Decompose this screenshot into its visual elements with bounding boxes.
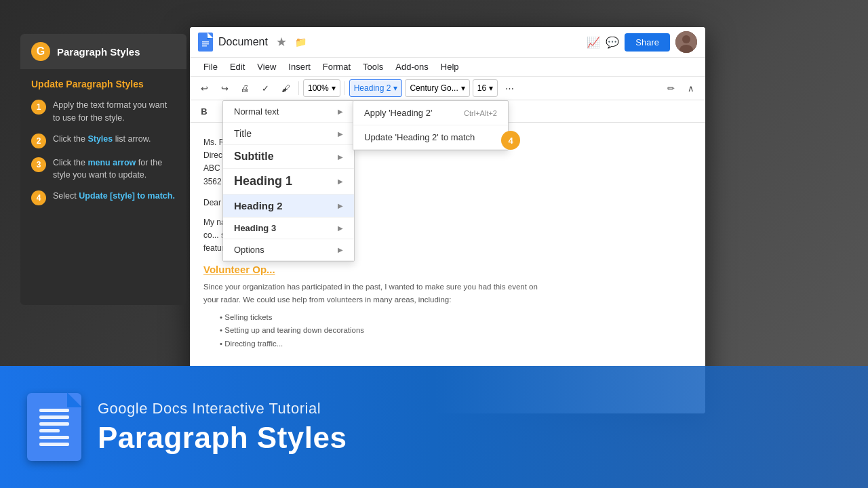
format-toolbar-1: ↩ ↪ 🖨 ✓ 🖌 100% ▾ Heading 2 ▾ Century Go.… [190,77,705,100]
tutorial-title: Paragraph Styles [98,422,347,454]
volunteer-heading: Volunteer Op... [203,264,692,275]
step-4-text: Select Update [style] to match. [53,190,175,203]
styles-subtitle[interactable]: Subtitle ▶ [223,145,354,169]
styles-options[interactable]: Options ▶ [223,239,354,261]
logo-line-4 [39,429,60,432]
grammarly-icon: G [31,42,50,61]
logo-line-5 [39,436,69,439]
step-1-text: Apply the text format you want to use fo… [53,99,176,125]
step4-badge: 4 [501,131,520,150]
styles-heading2[interactable]: Heading 2 ▶ [223,195,354,218]
step-3-num: 3 [31,157,46,172]
menu-edit[interactable]: Edit [224,59,250,75]
sidebar-panel: G Paragraph Styles Update Paragraph Styl… [20,34,186,305]
font-dropdown[interactable]: Century Go... ▾ [405,79,469,97]
volunteer-section: Volunteer Op... [203,264,692,275]
bottom-overlay: Google Docs Interactive Tutorial Paragra… [0,366,868,488]
font-dropdown-value: Century Go... [410,83,458,93]
bullet-2: • Setting up and tearing down decoration… [220,324,692,338]
bottom-text: Google Docs Interactive Tutorial Paragra… [98,400,347,454]
apply-heading2-item[interactable]: Apply 'Heading 2' Ctrl+Alt+2 [353,101,508,125]
gdocs-logo [27,393,81,461]
step-3: 3 Click the menu arrow for the style you… [31,157,176,182]
menu-format[interactable]: Format [317,59,356,75]
logo-line-1 [39,409,69,412]
toolbar-divider-1 [298,81,299,95]
size-dropdown[interactable]: 16 ▾ [473,79,498,97]
sidebar-subtitle: Update Paragraph Styles [31,79,176,89]
bold-button[interactable]: B [195,102,213,120]
step-2: 2 Click the Styles list arrow. [31,133,176,148]
menu-view[interactable]: View [252,59,281,75]
gdocs-logo-lines [34,403,75,451]
step-2-num: 2 [31,134,46,148]
styles-title[interactable]: Title ▶ [223,123,354,145]
menu-file[interactable]: File [198,59,223,75]
sidebar-content: Update Paragraph Styles 1 Apply the text… [20,69,186,223]
step-1: 1 Apply the text format you want to use … [31,99,176,125]
comment-icon[interactable]: 💬 [606,36,619,49]
styles-heading3-label: Heading 3 [234,223,276,233]
update-heading2-item[interactable]: Update 'Heading 2' to match 4 [353,125,508,150]
folder-icon[interactable]: 📁 [295,37,307,47]
styles-heading1-arrow: ▶ [338,178,343,185]
gdocs-logo-area [27,393,81,461]
bullet-list: • Selling tickets • Setting up and teari… [203,311,692,351]
zoom-dropdown[interactable]: 100% ▾ [303,79,340,97]
styles-heading3[interactable]: Heading 3 ▶ [223,218,354,239]
menu-tools[interactable]: Tools [357,59,389,75]
styles-normal-text[interactable]: Normal text ▶ [223,101,354,123]
style-dropdown[interactable]: Heading 2 ▾ [349,79,403,97]
bullet-3: • Directing traffic... [220,338,692,351]
styles-options-arrow: ▶ [338,246,343,253]
body-text-2: Since your organization has participated… [203,281,549,307]
paint-format-button[interactable]: 🖌 [277,79,294,97]
apply-heading2-label: Apply 'Heading 2' [364,108,432,118]
user-avatar [675,31,697,53]
sidebar-header: G Paragraph Styles [20,34,186,69]
body-2: Since your organization has participated… [203,281,549,307]
activity-icon[interactable]: 📈 [587,36,600,49]
docs-file-icon [198,33,213,52]
share-button[interactable]: Share [625,33,670,52]
styles-heading2-arrow: ▶ [338,202,343,209]
logo-line-6 [39,443,69,446]
update-heading2-label: Update 'Heading 2' to match [364,132,475,142]
print-button[interactable]: 🖨 [236,79,254,97]
style-dropdown-chevron: ▾ [393,83,397,93]
menu-bar: File Edit View Insert Format Tools Add-o… [190,58,705,77]
size-dropdown-value: 16 [477,83,486,93]
size-dropdown-chevron: ▾ [489,83,493,93]
menu-insert[interactable]: Insert [283,59,316,75]
svg-rect-2 [202,41,209,43]
spellcheck-button[interactable]: ✓ [256,79,274,97]
undo-button[interactable]: ↩ [195,79,213,97]
zoom-value: 100% [308,83,329,93]
styles-dropdown: Normal text ▶ Title ▶ Subtitle ▶ Heading… [222,100,355,262]
styles-heading1[interactable]: Heading 1 ▶ [223,169,354,195]
docs-toolbar-top: Document ★ 📁 📈 💬 Share [190,27,705,58]
sidebar-title: Paragraph Styles [57,46,140,58]
svg-rect-4 [202,45,207,47]
logo-line-3 [39,422,69,426]
zoom-chevron: ▾ [332,83,336,93]
redo-button[interactable]: ↪ [216,79,233,97]
more-options-button[interactable]: ⋯ [500,79,518,97]
star-icon[interactable]: ★ [276,35,287,49]
step-4: 4 Select Update [style] to match. [31,190,176,205]
styles-subtitle-label: Subtitle [234,150,274,163]
styles-options-label: Options [234,245,264,255]
monitor-area: Document ★ 📁 📈 💬 Share File Edit View In… [190,27,705,413]
styles-normal-arrow: ▶ [338,108,343,115]
collapse-toolbar-button[interactable]: ∧ [682,79,700,97]
styles-normal-text-label: Normal text [234,106,279,117]
font-dropdown-chevron: ▾ [461,83,465,93]
logo-line-2 [39,415,69,419]
styles-title-arrow: ▶ [338,130,343,138]
menu-addons[interactable]: Add-ons [390,59,433,75]
edit-mode-button[interactable]: ✏ [662,79,679,97]
styles-subtitle-arrow: ▶ [338,153,343,161]
styles-heading3-arrow: ▶ [338,224,343,232]
menu-help[interactable]: Help [435,59,465,75]
step-2-text: Click the Styles list arrow. [53,133,151,146]
